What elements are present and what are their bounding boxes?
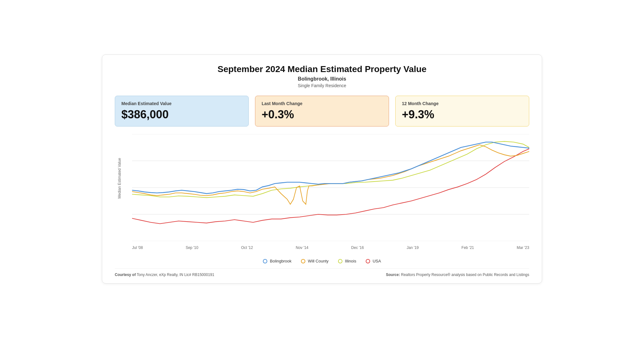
main-card: September 2024 Median Estimated Property… <box>102 54 542 284</box>
metric-median-value-label: Median Estimated Value <box>121 101 242 106</box>
metric-twelve-month-value: +9.3% <box>402 108 523 121</box>
x-label-6: Jan '19 <box>407 245 419 250</box>
legend-dot-will-county <box>301 259 305 263</box>
chart-title: September 2024 Median Estimated Property… <box>115 64 529 74</box>
metric-last-month: Last Month Change +0.3% <box>255 96 389 127</box>
chart-inner: $400K $300K $200K $100K $0 Jul '08 Sep '… <box>132 134 529 241</box>
footer-courtesy-label: Courtesy of <box>115 273 136 277</box>
x-label-7: Feb '21 <box>462 245 474 250</box>
metric-median-value-amount: $386,000 <box>121 108 242 121</box>
x-label-8: Mar '23 <box>517 245 529 250</box>
chart-svg: $400K $300K $200K $100K $0 <box>132 134 529 241</box>
legend-label-illinois: Illinois <box>345 259 356 263</box>
metric-last-month-label: Last Month Change <box>262 101 382 106</box>
x-label-2: Sep '10 <box>186 245 198 250</box>
legend-label-bolingbrook: Bolingbrook <box>270 259 291 263</box>
metrics-container: Median Estimated Value $386,000 Last Mon… <box>115 96 529 127</box>
x-label-4: Nov '14 <box>296 245 308 250</box>
footer-source-label: Source: <box>386 273 400 277</box>
legend-illinois: Illinois <box>338 259 356 263</box>
footer-courtesy: Courtesy of Tony Anczer, eXp Realty, IN … <box>115 273 214 277</box>
legend-dot-bolingbrook <box>263 259 267 263</box>
chart-area: Median Estimated Value $400K $300K $200K… <box>115 134 529 254</box>
metric-twelve-month: 12 Month Change +9.3% <box>395 96 529 127</box>
legend-usa: USA <box>366 259 381 263</box>
property-type: Single Family Residence <box>115 83 529 88</box>
chart-legend: Bolingbrook Will County Illinois USA <box>115 259 529 263</box>
legend-label-usa: USA <box>373 259 381 263</box>
metric-last-month-value: +0.3% <box>262 108 382 121</box>
legend-label-will-county: Will County <box>308 259 329 263</box>
chart-subtitle: Bolingbrook, Illinois <box>115 76 529 82</box>
footer: Courtesy of Tony Anczer, eXp Realty, IN … <box>115 268 529 277</box>
legend-dot-usa <box>366 259 370 263</box>
legend-bolingbrook: Bolingbrook <box>263 259 291 263</box>
x-label-3: Oct '12 <box>241 245 253 250</box>
footer-courtesy-value: Tony Anczer, eXp Realty, IN Lic# RB15000… <box>137 273 214 277</box>
y-axis-label: Median Estimated Value <box>117 189 122 199</box>
metric-twelve-month-label: 12 Month Change <box>402 101 523 106</box>
x-axis-labels: Jul '08 Sep '10 Oct '12 Nov '14 Dec '16 … <box>132 245 529 250</box>
footer-source: Source: Realtors Property Resource® anal… <box>386 273 529 277</box>
legend-will-county: Will County <box>301 259 329 263</box>
x-label-5: Dec '16 <box>351 245 364 250</box>
chart-header: September 2024 Median Estimated Property… <box>115 64 529 88</box>
x-label-1: Jul '08 <box>132 245 143 250</box>
metric-median-value: Median Estimated Value $386,000 <box>115 96 249 127</box>
legend-dot-illinois <box>338 259 342 263</box>
footer-source-value: Realtors Property Resource® analysis bas… <box>401 273 529 277</box>
